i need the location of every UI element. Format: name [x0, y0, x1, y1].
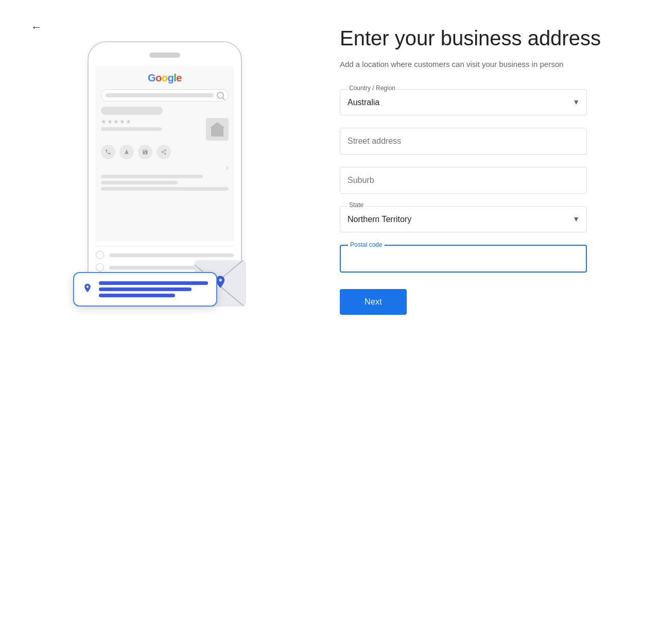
- search-icon: [217, 92, 224, 99]
- search-line: [106, 93, 214, 97]
- country-field-group: Country / Region Australia ▼: [340, 89, 628, 115]
- address-lines: [99, 281, 208, 297]
- address-card-overlay: [73, 272, 217, 307]
- country-select[interactable]: Australia: [340, 89, 587, 115]
- country-select-wrapper: Australia ▼: [340, 89, 587, 115]
- state-select[interactable]: Australian Capital Territory New South W…: [340, 206, 587, 232]
- state-select-wrapper: Australian Capital Territory New South W…: [340, 206, 587, 232]
- street-field-group: [340, 128, 628, 155]
- postal-wrapper: Postal code: [340, 245, 587, 273]
- phone-mockup: Google ★ ★ ★ ★ ★: [88, 41, 242, 292]
- mock-stars: ★ ★ ★ ★ ★: [101, 118, 202, 125]
- suburb-field-group: [340, 167, 628, 194]
- mock-action-icons: [101, 145, 229, 159]
- state-label: State: [347, 201, 366, 209]
- google-logo: Google: [101, 72, 229, 84]
- postal-label: Postal code: [348, 241, 385, 248]
- share-icon-mock: [157, 145, 171, 159]
- mock-lines: [101, 107, 229, 115]
- save-icon-mock: [138, 145, 152, 159]
- mock-pill-line: [101, 107, 163, 115]
- search-bar-mock: [101, 89, 229, 101]
- street-address-input[interactable]: [340, 128, 587, 155]
- mock-chevron: ›: [101, 163, 229, 172]
- call-icon-mock: [101, 145, 115, 159]
- pin-icon: [82, 283, 93, 296]
- right-panel: Enter your business address Add a locati…: [299, 21, 628, 315]
- state-field-group: State Australian Capital Territory New S…: [340, 206, 628, 232]
- page-subtitle: Add a location where customers can visit…: [340, 59, 587, 71]
- web-contact-icon: [96, 263, 104, 272]
- back-button[interactable]: ←: [31, 21, 42, 34]
- phone-notch: [149, 53, 180, 58]
- postal-field-group: Postal code: [340, 245, 628, 273]
- mock-contact-row-1: [96, 251, 234, 259]
- suburb-input[interactable]: [340, 167, 587, 194]
- directions-icon-mock: [119, 145, 134, 159]
- next-button[interactable]: Next: [340, 289, 407, 315]
- phone-contact-icon: [96, 251, 104, 259]
- page-title: Enter your business address: [340, 26, 628, 50]
- store-icon: [206, 118, 229, 141]
- mock-result-row: ★ ★ ★ ★ ★: [101, 118, 229, 141]
- phone-screen: Google ★ ★ ★ ★ ★: [96, 66, 234, 241]
- postal-code-input[interactable]: [348, 254, 579, 263]
- country-label: Country / Region: [347, 84, 397, 92]
- left-panel: ← Google ★ ★: [31, 21, 299, 292]
